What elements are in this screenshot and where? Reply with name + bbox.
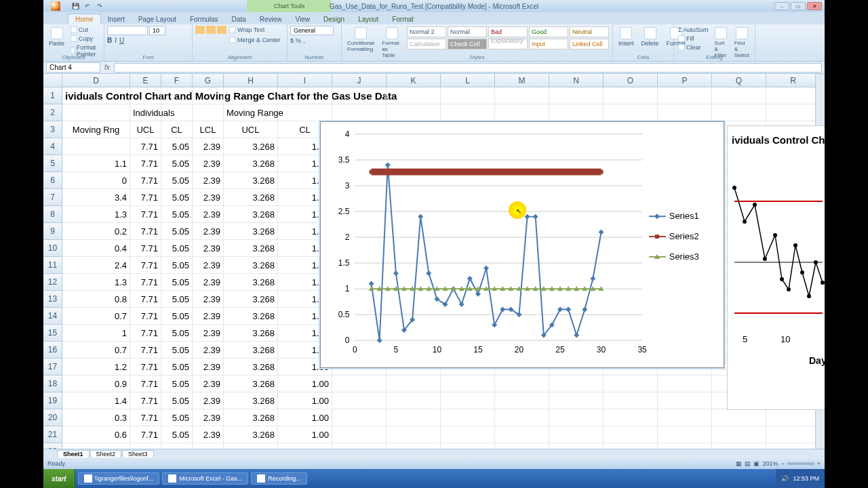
cell[interactable]: 2.39	[193, 409, 224, 426]
italic-button[interactable]: I	[115, 37, 117, 44]
cell[interactable]	[387, 409, 441, 426]
cell[interactable]: 1.3	[62, 274, 130, 291]
cell[interactable]: 3.268	[224, 392, 278, 409]
cell[interactable]: UCL	[130, 121, 161, 138]
cell[interactable]: 2.39	[193, 375, 224, 392]
secondary-chart[interactable]: ividuals Control Ch 5 10 Day	[727, 125, 825, 410]
cell[interactable]	[604, 409, 658, 426]
cut-button[interactable]: Cut	[69, 26, 101, 34]
cell[interactable]	[332, 409, 387, 426]
cell[interactable]	[441, 375, 495, 392]
row-header[interactable]: 8	[43, 206, 62, 223]
save-icon[interactable]: 💾	[71, 1, 80, 11]
tab-page-layout[interactable]: Page Layout	[132, 14, 183, 24]
col-header-J[interactable]: J	[332, 74, 387, 87]
cell[interactable]	[387, 104, 441, 121]
cell[interactable]	[495, 87, 549, 104]
cell[interactable]: 3.268	[224, 409, 278, 426]
cell[interactable]	[130, 87, 161, 104]
tab-view[interactable]: View	[288, 14, 317, 24]
cell[interactable]: 3.268	[224, 257, 278, 274]
cell[interactable]: 5.05	[161, 308, 193, 325]
cell[interactable]: 2.39	[193, 325, 224, 342]
style-good[interactable]: Good	[529, 26, 568, 37]
cell[interactable]: 2.39	[193, 155, 224, 172]
col-header-O[interactable]: O	[604, 74, 658, 87]
cell[interactable]: 1.00	[278, 375, 332, 392]
tab-home[interactable]: Home	[68, 14, 101, 24]
cell[interactable]: 5.05	[161, 342, 193, 359]
cell[interactable]: 5.05	[161, 206, 193, 223]
cell[interactable]: 5.05	[161, 223, 193, 240]
cell[interactable]: 1.00	[278, 426, 332, 443]
cell[interactable]: LCL	[193, 121, 224, 138]
cell[interactable]: 7.71	[130, 443, 161, 449]
col-header-K[interactable]: K	[387, 74, 441, 87]
cell[interactable]: ividuals Control Chart and Moving Range …	[62, 87, 130, 104]
row-header[interactable]: 22	[43, 443, 62, 449]
cell[interactable]	[549, 443, 604, 449]
cell[interactable]: 5.05	[161, 155, 193, 172]
font-family-select[interactable]	[107, 26, 148, 35]
fill-button[interactable]: Fill	[677, 35, 710, 43]
cell[interactable]: 7.71	[130, 342, 161, 359]
cell[interactable]	[766, 104, 821, 121]
undo-icon[interactable]: ↶	[83, 1, 92, 11]
autosum-button[interactable]: ΣAutoSum	[677, 26, 710, 34]
cell[interactable]: 5.05	[161, 409, 193, 426]
cell[interactable]: 5.05	[161, 274, 193, 291]
cell[interactable]: 1.1	[62, 155, 130, 172]
row-header[interactable]: 1	[43, 87, 62, 104]
row-header[interactable]: 14	[43, 308, 62, 325]
col-header-H[interactable]: H	[224, 74, 278, 87]
cell[interactable]: 3.268	[224, 359, 278, 375]
cell[interactable]: 2.39	[193, 274, 224, 291]
cell[interactable]	[712, 104, 766, 121]
cell[interactable]	[495, 392, 549, 409]
style-input[interactable]: Input	[529, 39, 568, 49]
cell[interactable]: 2.39	[193, 308, 224, 325]
cell[interactable]	[62, 138, 130, 155]
cell[interactable]	[161, 87, 193, 104]
cell[interactable]	[658, 426, 712, 443]
cell[interactable]	[549, 87, 604, 104]
start-button[interactable]: start	[43, 469, 75, 488]
cell[interactable]	[766, 426, 821, 443]
cell[interactable]: 1.4	[62, 392, 130, 409]
cell[interactable]: 7.71	[130, 291, 161, 308]
maximize-button[interactable]: ▭	[791, 2, 806, 10]
col-header-R[interactable]: R	[766, 74, 821, 87]
tab-formulas[interactable]: Formulas	[183, 14, 225, 24]
cell[interactable]: 2.39	[193, 291, 224, 308]
cell[interactable]: 3.268	[224, 206, 278, 223]
sheet-tab-1[interactable]: Sheet1	[57, 450, 90, 458]
cell[interactable]	[332, 392, 387, 409]
currency-icon[interactable]: $	[290, 37, 294, 44]
cell[interactable]	[658, 104, 712, 121]
clock[interactable]: 12:53 PM	[793, 475, 819, 482]
cell[interactable]	[604, 87, 658, 104]
cell[interactable]: 5.05	[161, 443, 193, 449]
cell[interactable]	[658, 392, 712, 409]
cell[interactable]: CL	[161, 121, 193, 138]
formula-bar[interactable]	[114, 63, 822, 73]
cell[interactable]: Moving Range	[224, 104, 278, 121]
cell[interactable]	[604, 375, 658, 392]
row-header[interactable]: 6	[43, 172, 62, 189]
cell[interactable]: 3.268	[224, 426, 278, 443]
row-header[interactable]: 4	[43, 138, 62, 155]
cell[interactable]	[387, 443, 441, 449]
cell[interactable]	[549, 426, 604, 443]
cell[interactable]: 3.268	[224, 223, 278, 240]
office-button[interactable]	[43, 0, 68, 12]
cell[interactable]: 0.3	[62, 409, 130, 426]
row-header[interactable]: 17	[43, 359, 62, 375]
fx-icon[interactable]: fx	[104, 64, 110, 71]
cell[interactable]: Individuals	[130, 104, 161, 121]
cell[interactable]: 3.268	[224, 240, 278, 257]
cell[interactable]: 2.39	[193, 172, 224, 189]
cell[interactable]	[441, 409, 495, 426]
cell[interactable]: 2.39	[193, 359, 224, 375]
cell[interactable]	[712, 87, 766, 104]
cell[interactable]	[332, 375, 387, 392]
